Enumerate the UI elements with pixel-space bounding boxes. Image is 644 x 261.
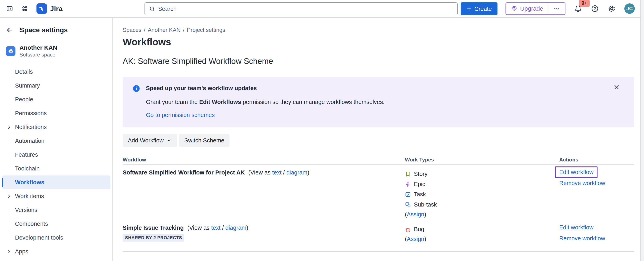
divider	[123, 251, 634, 252]
sidebar-item-details[interactable]: Details	[2, 65, 110, 79]
jira-logo[interactable]: Jira	[36, 3, 63, 14]
column-header-work-types: Work Types	[405, 157, 559, 163]
main-content: Spaces / Another KAN / Project settings …	[113, 18, 640, 261]
sidebar-item-summary[interactable]: Summary	[2, 79, 110, 93]
create-button[interactable]: Create	[460, 2, 498, 15]
workflow-name: Software Simplified Workflow for Project…	[123, 169, 405, 176]
back-button[interactable]	[6, 26, 14, 34]
sidebar-item-people[interactable]: People	[2, 93, 110, 106]
permission-schemes-link[interactable]: Go to permission schemes	[146, 112, 215, 118]
back-arrow-icon	[6, 26, 14, 34]
plus-icon	[466, 6, 472, 12]
assign-link[interactable]: Assign	[407, 236, 424, 242]
assign-line: (Assign)	[405, 234, 559, 244]
chevron-right-icon	[6, 124, 12, 130]
search-input[interactable]	[158, 5, 453, 12]
jira-logo-icon	[36, 3, 47, 14]
table-row: Simple Issue Tracking(View as text / dia…	[123, 223, 634, 251]
scrollbar[interactable]	[640, 0, 644, 261]
ellipsis-icon	[554, 5, 560, 12]
view-as-text-link[interactable]: text	[272, 169, 282, 176]
view-as-diagram-link[interactable]: diagram	[225, 225, 246, 231]
gear-icon	[608, 4, 616, 13]
workflow-name: Simple Issue Tracking(View as text / dia…	[123, 224, 405, 231]
sidebar-item-work-items[interactable]: Work items	[2, 189, 110, 203]
chevron-right-icon	[6, 249, 12, 255]
breadcrumb-spaces[interactable]: Spaces	[123, 27, 141, 33]
sidebar-item-components[interactable]: Components	[2, 217, 110, 231]
work-type-task: Task	[405, 189, 559, 200]
sidebar-item-permissions[interactable]: Permissions	[2, 106, 110, 120]
remove-workflow-link[interactable]: Remove workflow	[559, 180, 605, 187]
breadcrumb: Spaces / Another KAN / Project settings	[123, 27, 634, 33]
app-name: Jira	[50, 5, 63, 13]
search-icon	[149, 5, 155, 12]
upgrade-label: Upgrade	[520, 5, 543, 12]
edit-workflow-link[interactable]: Edit workflow	[559, 224, 594, 231]
space-avatar-icon	[6, 46, 16, 56]
table-header-row: Workflow Work Types Actions	[123, 155, 634, 164]
help-button[interactable]: ?	[591, 4, 599, 13]
sidebar-item-automation[interactable]: Automation	[2, 134, 110, 148]
column-header-actions: Actions	[559, 157, 634, 163]
table-row: Software Simplified Workflow for Project…	[123, 165, 634, 223]
story-icon	[405, 171, 411, 177]
app-switcher-button[interactable]	[21, 5, 28, 12]
bug-icon	[405, 226, 411, 232]
top-bar: Jira Create Upgrade	[0, 0, 644, 18]
scheme-title: AK: Software Simplified Workflow Scheme	[123, 57, 634, 66]
upgrade-split-button: Upgrade	[506, 2, 566, 15]
collapse-sidebar-button[interactable]	[6, 5, 13, 12]
task-icon	[405, 192, 411, 198]
upgrade-button[interactable]: Upgrade	[506, 3, 548, 14]
settings-button[interactable]	[608, 4, 616, 13]
sidebar-item-toolchain[interactable]: Toolchain	[2, 162, 110, 176]
workflows-table: Workflow Work Types Actions Software Sim…	[123, 155, 634, 252]
banner-body: Grant your team the Edit Workflows permi…	[146, 99, 385, 105]
sidebar-item-features[interactable]: Features	[2, 148, 110, 162]
assign-link[interactable]: Assign	[407, 211, 424, 218]
space-name: Another KAN	[20, 44, 57, 51]
assign-line: (Assign)	[405, 210, 559, 219]
close-icon	[613, 84, 620, 91]
edit-workflow-link[interactable]: Edit workflow	[559, 169, 594, 176]
sidebar-item-versions[interactable]: Versions	[2, 203, 110, 217]
banner-title: Speed up your team's workflow updates	[146, 85, 385, 92]
epic-icon	[405, 181, 411, 187]
sidebar-item-apps[interactable]: Apps	[2, 245, 110, 259]
work-type-subtask: Sub-task	[405, 200, 559, 210]
question-icon: ?	[591, 4, 599, 13]
info-banner: Speed up your team's workflow updates Gr…	[123, 77, 634, 127]
panel-collapse-icon	[6, 5, 13, 12]
toolbar: Add Workflow Switch Scheme	[123, 134, 634, 147]
view-as-text-link[interactable]: text	[211, 225, 220, 231]
space-type: Software space	[20, 51, 57, 58]
focus-ring: Edit workflow	[555, 166, 598, 178]
work-type-epic: Epic	[405, 179, 559, 189]
banner-close-button[interactable]	[613, 84, 620, 91]
sidebar-item-notifications[interactable]: Notifications	[2, 120, 110, 134]
sidebar: Space settings Another KAN Software spac…	[0, 18, 113, 261]
app-grid-icon	[21, 5, 28, 12]
breadcrumb-another-kan[interactable]: Another KAN	[148, 27, 180, 33]
column-header-workflow: Workflow	[123, 157, 405, 163]
sidebar-title: Space settings	[20, 26, 68, 34]
chevron-down-icon	[166, 138, 172, 143]
space-header: Another KAN Software space	[0, 34, 112, 58]
user-avatar[interactable]: JC	[624, 3, 635, 14]
search-bar[interactable]	[144, 2, 458, 15]
sidebar-item-development-tools[interactable]: Development tools	[2, 231, 110, 245]
upgrade-more-button[interactable]	[548, 3, 565, 14]
chevron-right-icon	[6, 193, 12, 199]
switch-scheme-button[interactable]: Switch Scheme	[179, 134, 230, 147]
remove-workflow-link[interactable]: Remove workflow	[559, 235, 605, 242]
work-type-story: Story	[405, 169, 559, 179]
add-workflow-button[interactable]: Add Workflow	[123, 134, 177, 147]
svg-text:?: ?	[594, 6, 596, 11]
view-as-diagram-link[interactable]: diagram	[286, 169, 308, 176]
shared-projects-badge: SHARED BY 2 PROJECTS	[123, 234, 184, 242]
sidebar-item-workflows[interactable]: Workflows	[2, 176, 110, 189]
work-type-bug: Bug	[405, 224, 559, 234]
page-title: Workflows	[123, 36, 634, 47]
breadcrumb-project-settings[interactable]: Project settings	[187, 27, 225, 33]
